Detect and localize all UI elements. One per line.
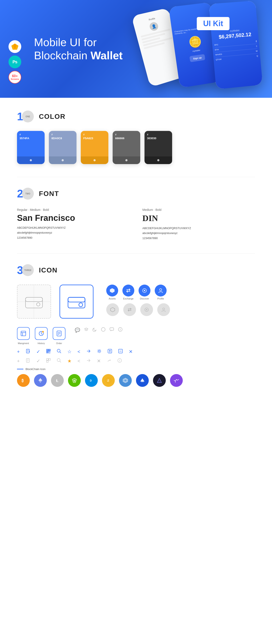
- star-icon[interactable]: ☆: [67, 349, 72, 354]
- font-circle-label: TWO: [25, 192, 30, 195]
- icon-section: 3 THREE ICON: [17, 264, 255, 387]
- svg-rect-16: [21, 331, 26, 336]
- edit-doc-icon[interactable]: [26, 349, 30, 355]
- history-icon: !: [35, 327, 48, 340]
- expand-icon[interactable]: [118, 349, 123, 355]
- svg-rect-6: [68, 297, 85, 302]
- svg-rect-35: [49, 350, 50, 350]
- svg-rect-27: [110, 328, 114, 330]
- chevron-left-icon[interactable]: <: [78, 349, 80, 354]
- order-icon: [53, 327, 66, 340]
- svg-text:Ł: Ł: [56, 378, 58, 383]
- icon-circle-label: THREE: [24, 269, 32, 272]
- info-icon-gray: [117, 358, 122, 364]
- svg-point-26: [101, 328, 105, 331]
- svg-point-10: [144, 290, 145, 291]
- upload-icon[interactable]: [108, 349, 112, 355]
- management-icon: [17, 327, 30, 340]
- svg-point-51: [57, 358, 60, 362]
- svg-marker-67: [124, 379, 127, 382]
- management-icon-item: Mangment: [17, 327, 30, 344]
- din-font-name: DIN: [142, 213, 255, 223]
- hero-title-bold: Wallet: [90, 49, 122, 62]
- svg-rect-33: [47, 350, 48, 350]
- ps-badge: Ps: [8, 56, 21, 68]
- profile-icon-item: Profile: [155, 284, 166, 300]
- sf-style-label: Regular · Medium · Bold: [17, 208, 130, 212]
- color-swatches: # 3574FA # 8DA0C8 # F5A623: [17, 131, 255, 164]
- qr-icon-gray: [46, 358, 51, 364]
- order-icon-item: Order: [53, 327, 66, 344]
- font-grid: Regular · Medium · Bold San Francisco AB…: [17, 208, 255, 240]
- zcash-icon: Z: [102, 374, 115, 387]
- redo-icon-gray: [107, 358, 111, 364]
- check-icon[interactable]: ✓: [36, 349, 40, 354]
- grid-overlay: [18, 285, 50, 318]
- phone-screen-right: myWallet $6,297,502.12 BTC₿ ETHΞ WAVESW …: [209, 1, 263, 90]
- assets-icon-item: Assets: [106, 284, 118, 300]
- screens-badge: 60+ Screens: [8, 71, 21, 84]
- edit-doc-icon-gray: [26, 358, 30, 364]
- color-section: 1 ONE COLOR # 3574FA # 8DA0C8: [17, 110, 255, 164]
- vertex-icon: [153, 374, 166, 387]
- svg-rect-5: [68, 297, 85, 308]
- misc-icons-row: 💬: [75, 327, 122, 333]
- tool-icons-row-blue: + ✓ ☆ < ✕: [17, 349, 255, 355]
- color-swatch-dark: # 303030: [144, 131, 172, 164]
- font-section-title: FONT: [39, 190, 59, 198]
- svg-marker-8: [110, 288, 114, 293]
- nav-icons-row-filled: Assets Exchange Discover: [106, 284, 170, 300]
- font-din: Medium · Bold DIN ABCDEFGHIJKLMNOPQRSTUV…: [142, 208, 255, 240]
- share-icon[interactable]: [86, 349, 91, 355]
- svg-point-42: [57, 349, 60, 352]
- assets-outline-icon: [106, 303, 119, 316]
- bitcoin-icon: ₿: [17, 374, 30, 387]
- svg-text:N: N: [74, 380, 76, 382]
- svg-point-14: [146, 309, 147, 310]
- dash-icon: D: [85, 374, 98, 387]
- svg-line-52: [60, 361, 61, 362]
- color-circle-label: ONE: [26, 116, 30, 118]
- svg-line-43: [60, 352, 61, 353]
- sf-numbers: 1234567890: [17, 235, 130, 240]
- history-label: History: [38, 342, 45, 344]
- din-lowercase: abcdefghijklmnopqrstuvwxyz: [142, 230, 255, 236]
- plus-icon[interactable]: +: [17, 349, 20, 354]
- discover-label: Discover: [140, 297, 149, 300]
- discover-icon: [138, 284, 150, 296]
- management-label: Mangment: [18, 342, 29, 344]
- close-icon[interactable]: ✕: [129, 349, 132, 354]
- profile-label: Profile: [157, 297, 164, 300]
- wallet-wireframe-outer: [17, 284, 51, 318]
- blockchain-label-row: BlockChain Icon: [17, 368, 255, 371]
- circle-icon: [101, 327, 106, 333]
- color-section-title: COLOR: [39, 113, 66, 120]
- sf-uppercase: ABCDEFGHIJKLMNOPQRSTUVWXYZ: [17, 225, 130, 230]
- svg-point-11: [160, 289, 162, 291]
- discover-icon-item: Discover: [138, 284, 150, 300]
- svg-text:₿: ₿: [22, 378, 24, 383]
- color-swatch-grayblue: # 8DA0C8: [49, 131, 76, 164]
- hero-badges: Ps 60+ Screens: [8, 40, 21, 84]
- discover-outline-icon: [140, 303, 153, 316]
- profile-icon: [155, 284, 166, 296]
- icon-grid-main: Assets Exchange Discover: [17, 284, 255, 318]
- blockchain-label: BlockChain Icon: [26, 368, 46, 371]
- color-section-circle: ONE: [22, 110, 34, 122]
- settings-icon[interactable]: [97, 349, 102, 355]
- color-section-num: 1 ONE: [17, 110, 34, 122]
- icon-section-header: 3 THREE ICON: [17, 264, 255, 276]
- qr-icon[interactable]: [46, 349, 51, 355]
- search-icon[interactable]: [57, 349, 62, 355]
- assets-icon: [106, 284, 118, 296]
- svg-rect-50: [46, 361, 48, 362]
- exchange-outline-icon: [123, 303, 136, 316]
- svg-point-44: [98, 350, 100, 352]
- moon-icon: [92, 327, 97, 333]
- svg-rect-37: [47, 352, 48, 352]
- star-filled-icon: ★: [67, 358, 72, 364]
- exchange-icon: [122, 284, 134, 296]
- sf-lowercase: abcdefghijklmnopqrstuvwxyz: [17, 230, 130, 235]
- exchange-icon-item: Exchange: [122, 284, 134, 300]
- profile-outline-icon: [157, 303, 170, 316]
